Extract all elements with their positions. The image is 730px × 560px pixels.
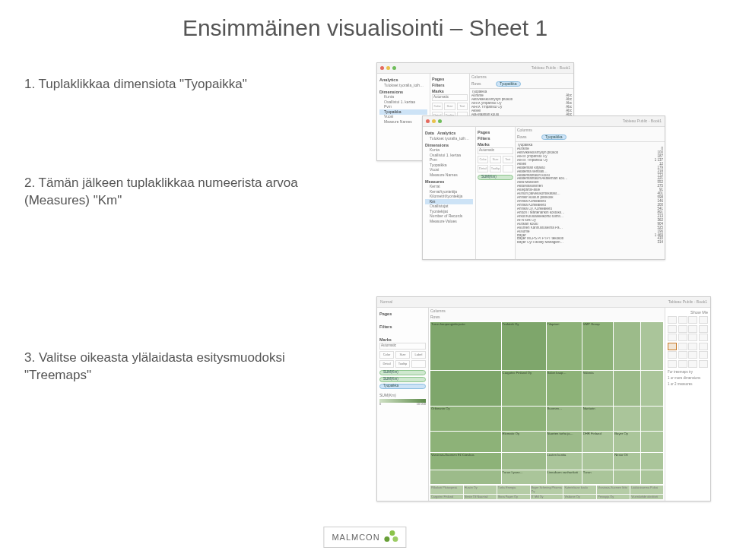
logo-text: MALMCON (332, 533, 379, 542)
viz-area: TyopaikkaAurante0Aktiivikeskusmyllyn pit… (516, 141, 665, 259)
marks-size[interactable]: Size (444, 103, 455, 110)
show-me-hint: 1 or more dimensions (668, 376, 708, 380)
show-me-option[interactable] (668, 316, 677, 324)
show-me-hint: For treemaps try (668, 370, 708, 374)
columns-shelf[interactable]: Columns (517, 128, 538, 133)
columns-shelf[interactable]: Columns (430, 309, 452, 314)
show-me-option[interactable] (668, 343, 677, 350)
show-me-option[interactable] (688, 343, 697, 350)
show-me-option[interactable] (678, 316, 687, 324)
show-me-option[interactable] (699, 351, 708, 359)
filters-shelf[interactable]: Filters (432, 83, 468, 87)
window-chrome: Tableau Public - Book1 (423, 116, 665, 127)
marks-label: Marks (379, 337, 426, 342)
marks-color[interactable]: Color (379, 351, 394, 359)
dim-item[interactable]: Measure Names (425, 172, 473, 178)
pill-tyopaikka[interactable]: Tyopaikka (496, 81, 521, 87)
show-me-hint: 1 or 2 measures (668, 382, 708, 386)
show-me-panel[interactable]: Show Me For treemaps try 1 or more dimen… (665, 308, 710, 501)
columns-shelf[interactable]: Columns (471, 75, 493, 80)
page-title: Ensimmäinen visualisointi – Sheet 1 (0, 15, 730, 41)
left-shelves: Pages Filters Marks Automatic Color Size… (377, 308, 429, 501)
pill-label-tyopaikka[interactable]: Tyopaikka (379, 384, 426, 389)
marks-tooltip[interactable]: Tooltip (395, 360, 410, 368)
show-me-option[interactable] (668, 334, 677, 341)
marks-label[interactable]: Label (411, 351, 426, 359)
marks-label: Marks (432, 89, 468, 93)
window-chrome: Tableau Public - Book1 (377, 63, 573, 74)
show-me-option[interactable] (668, 360, 677, 368)
marks-detail[interactable]: Detail (379, 360, 394, 368)
show-me-option[interactable] (688, 316, 697, 324)
treemap-viz: Turun kaupunginkirjastoTrafotek OyTilapä… (429, 321, 665, 486)
show-me-option[interactable] (688, 334, 697, 341)
pages-shelf[interactable]: Pages (379, 312, 426, 316)
pill-sumkm[interactable]: SUM(Km) (478, 175, 513, 180)
marks-detail[interactable]: Detail (478, 165, 488, 172)
data-tab[interactable]: Data (425, 131, 434, 135)
malmcon-logo: MALMCON (323, 527, 406, 548)
show-me-option[interactable] (678, 351, 687, 359)
step-2-text: 2. Tämän jälkeen tuplaklikkaa numeerista… (24, 175, 306, 210)
filters-shelf[interactable]: Filters (379, 324, 426, 329)
show-me-title: Show Me (668, 310, 708, 315)
pill-color-sumkm[interactable]: SUM(Km) (379, 370, 426, 375)
marks-text[interactable]: Text (503, 156, 513, 163)
rows-shelf[interactable]: Rows (517, 135, 538, 140)
show-me-option[interactable] (688, 325, 697, 333)
analytics-tab[interactable]: Analytics (379, 78, 427, 82)
dimensions-header: Dimensions (379, 90, 427, 94)
show-me-option[interactable] (688, 351, 697, 359)
show-me-option[interactable] (668, 351, 677, 359)
show-me-option[interactable] (699, 316, 708, 324)
pill-size-sumkm[interactable]: SUM(Km) (379, 377, 426, 382)
marks-color[interactable]: Color (478, 156, 488, 163)
marks-size[interactable]: Size (490, 156, 500, 163)
show-me-option[interactable] (678, 343, 687, 350)
window-title: Tableau Public - Book1 (668, 300, 707, 305)
marks-text[interactable]: Text (457, 103, 468, 110)
show-me-option[interactable] (678, 334, 687, 341)
tableau-screenshot-2: Tableau Public - Book1 Data Analytics Tu… (422, 115, 665, 260)
step-1-text: 1. Tuplaklikkaa dimensiota "Tyopaikka" (24, 76, 306, 93)
show-me-option[interactable] (699, 325, 708, 333)
treemap-lower: Pilkokoti PlatanpesäHusön OyTurku Energi… (429, 486, 665, 501)
data-pane: Data Analytics Tulokset tyoralla_toih… D… (423, 127, 476, 259)
marks-type-dropdown[interactable]: Automatic (379, 343, 426, 350)
step-3-text: 3. Valitse oikeasta ylälaidasta esitysmu… (24, 350, 306, 384)
fit-dropdown[interactable]: Normal (380, 300, 392, 305)
window-title: Tableau Public - Book1 (623, 119, 662, 124)
marks-label: Marks (478, 142, 513, 147)
window-chrome: Normal Tableau Public - Book1 (377, 297, 710, 308)
window-title: Tableau Public - Book1 (532, 66, 570, 71)
filters-shelf[interactable]: Filters (478, 136, 513, 141)
marks-card: Pages Filters Marks Automatic Color Size… (476, 127, 516, 259)
pages-shelf[interactable]: Pages (432, 77, 468, 81)
logo-icon (385, 530, 398, 544)
show-me-option[interactable] (678, 325, 687, 333)
data-source[interactable]: Tulokset tyoralla_toih… (425, 136, 473, 141)
show-me-option[interactable] (668, 325, 677, 333)
dimensions-header: Dimensions (425, 143, 473, 147)
show-me-option[interactable] (688, 360, 697, 368)
measures-header: Measures (425, 179, 473, 184)
data-source[interactable]: Tulokset tyoralla_toih… (379, 83, 427, 88)
rows-shelf[interactable]: Rows (471, 82, 493, 87)
marks-color[interactable]: Color (432, 103, 443, 110)
rows-shelf[interactable]: Rows (430, 315, 452, 320)
marks-size[interactable]: Size (395, 351, 410, 359)
show-me-option[interactable] (699, 343, 708, 350)
marks-type-dropdown[interactable]: Automatic (478, 147, 513, 154)
color-legend-label: SUM(Km) (379, 394, 426, 398)
pages-shelf[interactable]: Pages (478, 130, 513, 134)
analytics-tab[interactable]: Analytics (437, 131, 455, 135)
marks-type-dropdown[interactable]: Automatic (432, 94, 468, 101)
show-me-option[interactable] (699, 360, 708, 368)
dim-item[interactable]: Measure Names (379, 119, 427, 125)
show-me-option[interactable] (678, 360, 687, 368)
meas-item[interactable]: Measure Values (425, 219, 473, 224)
show-me-option[interactable] (699, 334, 708, 341)
pill-tyopaikka[interactable]: Tyopaikka (541, 134, 567, 141)
tableau-screenshot-3: Normal Tableau Public - Book1 Pages Filt… (376, 296, 711, 501)
marks-tooltip[interactable]: Tooltip (490, 165, 500, 172)
